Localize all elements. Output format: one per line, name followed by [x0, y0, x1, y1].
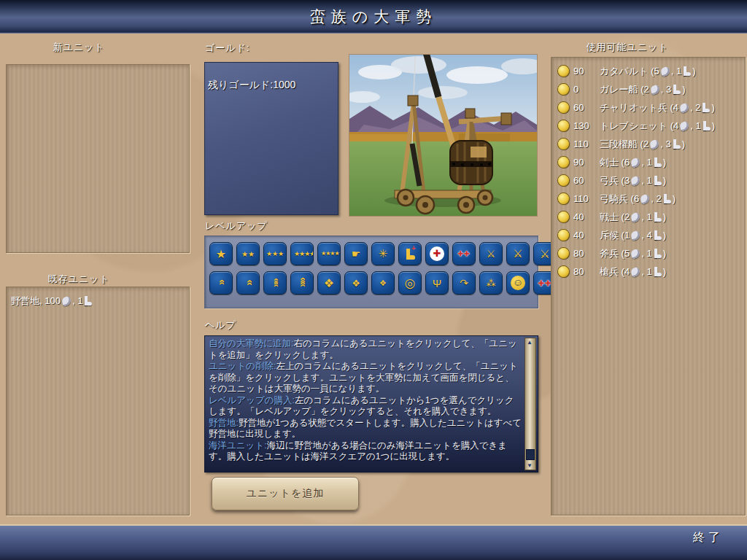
barrage-stars-icon[interactable]: ⁂: [479, 271, 503, 295]
available-unit-row[interactable]: 130トレブシェット (4, 1): [551, 117, 745, 135]
gold-box: 残りゴールド:1000: [204, 62, 338, 215]
unit-strength: 4: [673, 102, 678, 113]
unit-moves: 4: [646, 230, 651, 241]
unit-name: 斥候: [600, 229, 619, 242]
chevron-rank-4-icon[interactable]: »»: [290, 271, 314, 295]
unit-name: 三段櫂船: [600, 138, 638, 151]
mobility-boot-icon[interactable]: +: [398, 242, 422, 265]
available-unit-row[interactable]: 40戦士 (2, 1): [551, 208, 745, 226]
gold-coin-icon: [558, 84, 569, 95]
paren-close: ): [663, 266, 666, 277]
unit-moves: 1: [646, 175, 651, 186]
diamond-formation-1-icon[interactable]: ❖: [317, 271, 341, 295]
unit-name: トレブシェット: [600, 120, 667, 133]
shock-fist-icon[interactable]: ☛: [344, 242, 368, 265]
unit-name: 弓兵: [600, 174, 619, 187]
diamond-formation-2-icon[interactable]: ❖: [344, 271, 368, 295]
scrollbar-thumb[interactable]: [526, 449, 535, 460]
movement-icon: [683, 66, 691, 76]
available-unit-row[interactable]: 0ガレー船 (2, 3): [551, 80, 745, 98]
drill-burst-icon[interactable]: ✳: [371, 242, 395, 265]
remaining-gold-text: 残りゴールド:1000: [208, 79, 295, 92]
scroll-up-icon[interactable]: ▲: [525, 338, 534, 346]
chevron-rank-1-icon[interactable]: »: [209, 271, 233, 295]
paren-close: ): [663, 157, 666, 168]
gold-coin-icon: [558, 102, 569, 113]
available-units-list: 90カタパルト (5, 1) 0ガレー船 (2, 3) 60チャリオット兵 (4…: [551, 58, 745, 515]
paren-close: ): [682, 139, 685, 149]
strength-icon: [630, 211, 641, 222]
help-scrollbar[interactable]: ▲ ▼: [525, 338, 536, 470]
combat-4-icon[interactable]: ★★★★: [290, 242, 314, 265]
chevron-rank-2-icon[interactable]: »: [236, 271, 260, 295]
add-unit-button[interactable]: ユニットを追加: [212, 477, 359, 510]
available-unit-row[interactable]: 60チャリオット兵 (4, 2): [551, 98, 745, 117]
combat-5-icon[interactable]: ★★★★★: [317, 242, 341, 265]
available-unit-row[interactable]: 80槍兵 (4, 1): [551, 262, 745, 281]
movement-icon: [654, 158, 662, 167]
separator: ,: [651, 193, 656, 204]
page-title: 蛮族の大軍勢: [310, 7, 438, 27]
morale-face-icon[interactable]: ☺: [506, 271, 530, 295]
levelup-panel: ★★★★★★★★★★★★★★★☛✳+✚✚✚⚔⚔⚔ »»»»»»❖❖❖◎Ψ↷⁂☺✚…: [204, 236, 538, 308]
paren-close: ): [711, 102, 714, 113]
exit-button[interactable]: 終了: [693, 530, 724, 545]
unit-strength: 3: [624, 175, 630, 186]
unit-moves: 1: [676, 66, 681, 77]
crossed-swords-1-icon[interactable]: ⚔: [479, 242, 503, 265]
unit-cost: 110: [573, 193, 600, 204]
separator: ,: [641, 211, 646, 222]
unit-moves: 2: [695, 102, 700, 113]
strength-icon: [630, 175, 641, 186]
levelup-row-2: »»»»»»❖❖❖◎Ψ↷⁂☺✚✚: [205, 271, 538, 295]
paren-open: (: [638, 139, 643, 149]
medic-double-cross-icon[interactable]: ✚✚: [452, 242, 476, 265]
separator: ,: [660, 139, 665, 149]
separator: ,: [671, 66, 676, 77]
gold-coin-icon: [558, 266, 569, 277]
help-text: 自分の大軍勢に追加:右のコラムにあるユニットをクリックして、「ユニットを追加」を…: [209, 338, 523, 463]
available-unit-row[interactable]: 110三段櫂船 (2, 3): [551, 135, 745, 153]
flanking-arrow-icon[interactable]: ↷: [452, 271, 476, 295]
scroll-down-icon[interactable]: ▼: [525, 462, 534, 470]
unit-strength: 1: [624, 230, 630, 241]
unit-cost: 80: [573, 266, 600, 277]
unit-preview-image: [349, 55, 537, 216]
movement-icon: [702, 103, 710, 112]
help-term: ユニットの削除:: [209, 361, 276, 371]
diamond-formation-3-icon[interactable]: ❖: [371, 271, 395, 295]
strength-icon: [630, 230, 641, 241]
paren-close: ): [682, 84, 685, 95]
help-entry: 海洋ユニット:海辺に野営地がある場合にのみ海洋ユニットを購入できます。購入したユ…: [209, 440, 523, 463]
unit-moves: 2: [656, 193, 661, 204]
available-unit-row[interactable]: 40斥候 (1, 4): [551, 226, 745, 244]
unit-cost: 60: [573, 102, 600, 113]
combat-2-icon[interactable]: ★★: [236, 242, 260, 265]
strength-icon: [630, 266, 641, 277]
unit-name: 野営地: [11, 295, 39, 308]
available-unit-row[interactable]: 60弓兵 (3, 1): [551, 171, 745, 190]
leadership-eagle-icon[interactable]: Ψ: [425, 271, 449, 295]
unit-cost: 80: [573, 248, 600, 259]
available-units-panel: 90カタパルト (5, 1) 0ガレー船 (2, 3) 60チャリオット兵 (4…: [551, 57, 746, 516]
combat-1-icon[interactable]: ★: [209, 242, 233, 265]
unit-moves: 1: [646, 266, 651, 277]
gold-coin-icon: [558, 157, 569, 168]
existing-unit-row[interactable]: 野営地, 100 , 1: [7, 292, 189, 310]
crossed-swords-2-icon[interactable]: ⚔: [506, 242, 530, 265]
gold-coin-icon: [558, 175, 569, 186]
available-unit-row[interactable]: 90剣士 (6, 1): [551, 153, 745, 171]
available-unit-row[interactable]: 90カタパルト (5, 1): [551, 62, 745, 80]
unit-strength: 2: [643, 139, 649, 149]
chevron-rank-3-icon[interactable]: »»: [263, 271, 287, 295]
accuracy-target-icon[interactable]: ◎: [398, 271, 422, 295]
unit-strength: 2: [624, 211, 630, 222]
unit-cost: 60: [573, 175, 600, 186]
combat-3-icon[interactable]: ★★★: [263, 242, 287, 265]
unit-strength: 100: [44, 295, 61, 306]
movement-icon: [673, 85, 681, 94]
available-unit-row[interactable]: 80斧兵 (5, 1): [551, 244, 745, 262]
available-unit-row[interactable]: 110弓騎兵 (6, 2): [551, 190, 745, 208]
medic-cross-icon[interactable]: ✚: [425, 242, 449, 265]
strength-icon: [649, 139, 660, 149]
